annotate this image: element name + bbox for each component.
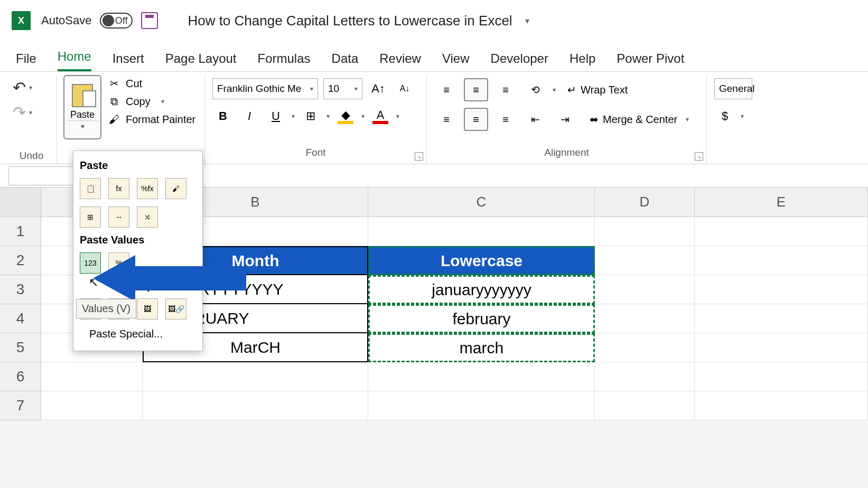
row-header-1[interactable]: 1 (0, 217, 41, 246)
bold-button[interactable]: B (212, 106, 234, 127)
wrap-text-button[interactable]: ↵Wrap Text (561, 79, 634, 100)
cell-e3[interactable] (695, 275, 868, 304)
fill-dropdown-icon[interactable]: ▾ (361, 112, 365, 120)
tab-home[interactable]: Home (58, 49, 91, 71)
increase-indent-button[interactable]: ⇥ (553, 108, 577, 131)
cell-d6[interactable] (595, 362, 695, 391)
document-title[interactable]: How to Change Capital Letters to Lowerca… (188, 13, 512, 29)
cell-e6[interactable] (695, 362, 868, 391)
tab-formulas[interactable]: Formulas (258, 51, 311, 71)
row-header-4[interactable]: 4 (0, 304, 41, 333)
align-top-button[interactable]: ≡ (434, 78, 459, 101)
paste-button[interactable]: Paste ▾ (63, 75, 101, 139)
copy-button[interactable]: ⧉Copy▾ (108, 95, 195, 108)
font-size-select[interactable]: 10▾ (323, 78, 362, 99)
orientation-button[interactable]: ⟲ (523, 78, 547, 101)
col-header-d[interactable]: D (595, 187, 695, 217)
paste-picture-icon[interactable]: 🖼 (137, 298, 158, 320)
title-dropdown-icon[interactable]: ▾ (525, 16, 529, 26)
currency-button[interactable]: $ (714, 106, 735, 127)
paste-linked-picture-icon[interactable]: 🖼🔗 (165, 298, 186, 320)
cell-c3[interactable]: januaryyyyyyy (368, 275, 595, 304)
font-color-dropdown-icon[interactable]: ▾ (396, 112, 399, 120)
align-center-button[interactable]: ≡ (464, 108, 488, 131)
cell-c2[interactable]: Lowercase (368, 246, 595, 275)
row-header-2[interactable]: 2 (0, 246, 41, 275)
paste-formulas-icon[interactable]: fx (108, 178, 129, 199)
decrease-font-icon[interactable]: A↓ (394, 78, 415, 99)
paste-no-borders-icon[interactable]: ⊞ (80, 207, 101, 228)
align-bottom-button[interactable]: ≡ (493, 78, 518, 101)
row-header-5[interactable]: 5 (0, 333, 41, 362)
cell-c7[interactable] (368, 391, 595, 420)
tab-help[interactable]: Help (570, 51, 595, 71)
align-middle-button[interactable]: ≡ (464, 78, 488, 101)
align-right-button[interactable]: ≡ (493, 108, 518, 131)
number-format-select[interactable]: General (714, 78, 752, 99)
paste-keep-source-icon[interactable]: 🖌 (165, 178, 186, 199)
cell-c6[interactable] (368, 362, 595, 391)
cell-d4[interactable] (595, 304, 695, 333)
underline-dropdown-icon[interactable]: ▾ (292, 112, 295, 120)
increase-font-icon[interactable]: A↑ (368, 78, 389, 99)
tab-page-layout[interactable]: Page Layout (165, 51, 237, 71)
underline-button[interactable]: U (265, 106, 286, 127)
paste-transpose-icon[interactable]: ⤭ (137, 207, 158, 228)
paste-formulas-number-icon[interactable]: %fx (137, 178, 158, 199)
cell-e1[interactable] (695, 217, 868, 246)
fill-color-button[interactable]: ◆ (335, 106, 356, 127)
cell-d3[interactable] (595, 275, 695, 304)
tab-insert[interactable]: Insert (113, 51, 144, 71)
name-box[interactable] (8, 166, 77, 185)
cell-e7[interactable] (695, 391, 868, 420)
row-header-3[interactable]: 3 (0, 275, 41, 304)
redo-button[interactable]: ↷ ▾ (13, 100, 50, 125)
borders-button[interactable]: ⊞ (300, 106, 321, 127)
alignment-launcher[interactable]: ↘ (695, 152, 703, 161)
save-icon[interactable] (141, 12, 158, 29)
align-left-button[interactable]: ≡ (434, 108, 459, 131)
paste-all-icon[interactable]: 📋 (80, 178, 101, 199)
cell-c1[interactable] (368, 217, 595, 246)
cut-button[interactable]: ✂Cut (108, 77, 195, 90)
tab-power-pivot[interactable]: Power Pivot (617, 51, 684, 71)
merge-center-button[interactable]: ⬌Merge & Center▾ (582, 108, 696, 131)
cell-e2[interactable] (695, 246, 868, 275)
row-header-7[interactable]: 7 (0, 391, 41, 420)
cell-e5[interactable] (695, 333, 868, 362)
currency-dropdown-icon[interactable]: ▾ (741, 112, 744, 120)
cell-d1[interactable] (595, 217, 695, 246)
tab-review[interactable]: Review (379, 51, 421, 71)
tab-data[interactable]: Data (332, 51, 359, 71)
row-header-6[interactable]: 6 (0, 362, 41, 391)
tab-file[interactable]: File (16, 51, 36, 71)
cell-a6[interactable] (41, 362, 143, 391)
cell-d5[interactable] (595, 333, 695, 362)
paste-dropdown-icon[interactable]: ▾ (67, 120, 98, 130)
cell-c5[interactable]: march (368, 333, 595, 362)
select-all-corner[interactable] (0, 187, 41, 217)
cell-a7[interactable] (41, 391, 143, 420)
cell-c4[interactable]: february (368, 304, 595, 333)
tab-view[interactable]: View (442, 51, 470, 71)
autosave-toggle[interactable]: Off (100, 13, 133, 29)
paste-special-menu-item[interactable]: Paste Special... (73, 323, 202, 345)
cell-e4[interactable] (695, 304, 868, 333)
format-painter-button[interactable]: 🖌Format Painter (108, 113, 195, 126)
decrease-indent-button[interactable]: ⇤ (523, 108, 547, 131)
undo-button[interactable]: ↶ ▾ (13, 75, 50, 100)
cell-b7[interactable] (143, 391, 368, 420)
borders-dropdown-icon[interactable]: ▾ (326, 112, 330, 120)
cell-d2[interactable] (595, 246, 695, 275)
font-color-button[interactable]: A (370, 106, 391, 127)
col-header-c[interactable]: C (368, 187, 595, 217)
tab-developer[interactable]: Developer (491, 51, 548, 71)
col-header-e[interactable]: E (695, 187, 868, 217)
font-name-select[interactable]: Franklin Gothic Me▾ (212, 78, 318, 99)
orientation-dropdown-icon[interactable]: ▾ (553, 86, 556, 93)
font-launcher[interactable]: ↘ (415, 152, 423, 161)
cell-b6[interactable] (143, 362, 368, 391)
cell-d7[interactable] (595, 391, 695, 420)
italic-button[interactable]: I (239, 106, 260, 127)
paste-keep-widths-icon[interactable]: ↔ (108, 207, 129, 228)
